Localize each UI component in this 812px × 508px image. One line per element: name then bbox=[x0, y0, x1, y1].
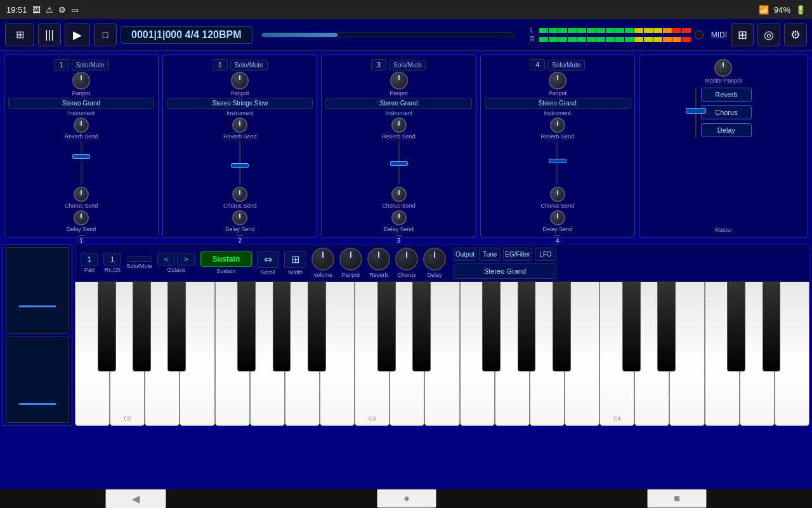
meter-row-r: R bbox=[530, 36, 691, 43]
settings-button[interactable]: ⚙ bbox=[784, 23, 807, 46]
ch1-rx-btn[interactable]: 1 bbox=[54, 59, 69, 70]
width-btn[interactable]: ⊞ bbox=[284, 251, 306, 268]
key-bb1[interactable] bbox=[98, 282, 116, 371]
master-panpot-knob[interactable] bbox=[714, 59, 732, 77]
ch4-reverb-knob[interactable] bbox=[550, 117, 565, 133]
master-fader-track[interactable] bbox=[695, 88, 697, 138]
ch4-rx-btn[interactable]: 4 bbox=[530, 59, 545, 70]
master-chorus-btn[interactable]: Chorus bbox=[701, 105, 752, 119]
lfo-btn[interactable]: LFO bbox=[535, 248, 556, 261]
ch4-fader-track[interactable] bbox=[556, 141, 558, 185]
piano-delay-knob[interactable] bbox=[423, 248, 446, 271]
ch2-solo-mute-btn[interactable]: Solo/Mute bbox=[230, 60, 268, 70]
ch2-chorus-label: Chorus Send bbox=[223, 203, 257, 209]
ch3-fader-handle[interactable] bbox=[390, 161, 408, 166]
key-as2[interactable] bbox=[308, 282, 326, 371]
part-btn[interactable]: 1 bbox=[81, 253, 98, 265]
width-label: Width bbox=[288, 269, 303, 276]
ch1-delay-knob[interactable] bbox=[74, 210, 89, 225]
piano-reverb-knob[interactable] bbox=[367, 248, 390, 271]
key-cs2[interactable] bbox=[133, 282, 151, 371]
ch2-instrument-btn[interactable]: Stereo Strings Slow bbox=[167, 98, 313, 109]
ch1-fader-handle[interactable] bbox=[72, 154, 90, 159]
ch1-panpot-knob[interactable] bbox=[72, 72, 90, 90]
mixer-button[interactable]: ||| bbox=[38, 23, 61, 46]
master-fader-handle[interactable] bbox=[686, 108, 706, 114]
ch1-reverb-knob[interactable] bbox=[74, 117, 89, 133]
ch4-delay-label: Delay Send bbox=[542, 226, 572, 232]
piano-controls: 1 Part 1 Rx.Ch Solo/Mute < > Octave bbox=[75, 244, 809, 282]
key-ds3[interactable] bbox=[412, 282, 431, 371]
ch4-chorus-knob[interactable] bbox=[550, 187, 565, 202]
ch2-chorus-knob[interactable] bbox=[232, 187, 247, 202]
key-cs4[interactable] bbox=[622, 282, 641, 371]
ch3-rx-btn[interactable]: 3 bbox=[371, 59, 386, 70]
ch2-panpot-knob[interactable] bbox=[231, 72, 249, 90]
progress-bar[interactable] bbox=[261, 32, 515, 37]
ch3-indicator bbox=[395, 235, 403, 236]
ch2-number: 2 bbox=[239, 237, 242, 244]
recents-button[interactable]: ■ bbox=[647, 489, 707, 508]
eg-filter-btn[interactable]: EG/Filter bbox=[503, 248, 532, 261]
key-cs3[interactable] bbox=[377, 282, 396, 371]
key-gs3[interactable] bbox=[518, 282, 536, 371]
key-fs2[interactable] bbox=[237, 282, 256, 371]
wifi-icon: 📶 bbox=[759, 5, 769, 15]
master-reverb-btn[interactable]: Reverb bbox=[701, 88, 752, 102]
sustain-btn[interactable]: Sustain bbox=[200, 251, 252, 267]
ch3-solo-mute-btn[interactable]: Solo/Mute bbox=[389, 60, 426, 70]
ch2-reverb-knob[interactable] bbox=[232, 117, 247, 133]
rp-instrument-btn[interactable]: Stereo Grand bbox=[454, 264, 556, 279]
octave-up-btn[interactable]: > bbox=[177, 253, 195, 265]
sidebar-pad-1[interactable] bbox=[6, 247, 69, 334]
solo-mute-btn[interactable] bbox=[127, 257, 152, 262]
rx-ch-btn[interactable]: 1 bbox=[103, 253, 121, 265]
ch1-instrument-btn[interactable]: Stereo Grand bbox=[8, 98, 154, 109]
key-ds4[interactable] bbox=[657, 282, 676, 371]
key-as3[interactable] bbox=[553, 282, 571, 371]
back-button[interactable]: ◀ bbox=[105, 489, 166, 509]
ch4-delay-knob[interactable] bbox=[550, 210, 565, 225]
key-fs3[interactable] bbox=[482, 282, 501, 371]
ch4-panpot-knob[interactable] bbox=[549, 72, 566, 90]
ch3-delay-knob[interactable] bbox=[391, 210, 407, 225]
home-button[interactable]: ● bbox=[377, 489, 436, 508]
ch2-fader-track[interactable] bbox=[239, 141, 241, 185]
ch3-panpot-knob[interactable] bbox=[390, 72, 408, 90]
ch2-fader-handle[interactable] bbox=[231, 163, 249, 168]
ch3-chorus-knob[interactable] bbox=[391, 187, 407, 202]
play-button[interactable]: ▶ bbox=[65, 23, 90, 46]
key-ds2[interactable] bbox=[167, 282, 186, 371]
eq-button[interactable]: ◎ bbox=[757, 23, 780, 46]
ch1-chorus-knob[interactable] bbox=[74, 187, 89, 202]
ch2-panpot-container: Panpot bbox=[231, 72, 249, 97]
piano-chorus-knob[interactable] bbox=[395, 248, 418, 271]
scroll-btn[interactable]: ⇔ bbox=[257, 251, 279, 268]
ch4-solo-mute-btn[interactable]: Solo/Mute bbox=[547, 60, 585, 70]
ch4-instrument-btn[interactable]: Stereo Grand bbox=[485, 98, 631, 109]
ch1-solo-mute-btn[interactable]: Solo/Mute bbox=[72, 60, 109, 70]
octave-down-btn[interactable]: < bbox=[157, 253, 175, 265]
ch4-fader-handle[interactable] bbox=[549, 159, 566, 163]
key-gs4[interactable] bbox=[763, 282, 781, 371]
ch3-instrument-btn[interactable]: Stereo Grand bbox=[325, 98, 471, 109]
stop-button[interactable]: □ bbox=[94, 23, 117, 46]
piano-delay-knob-wrap: Delay bbox=[423, 248, 446, 278]
output-btn[interactable]: Output bbox=[454, 248, 476, 261]
key-gs2[interactable] bbox=[273, 282, 291, 371]
piano-panpot-knob[interactable] bbox=[339, 248, 362, 271]
ch2-rx-btn[interactable]: 1 bbox=[213, 59, 228, 70]
ch3-fader-track[interactable] bbox=[398, 141, 400, 185]
master-delay-btn[interactable]: Delay bbox=[701, 123, 752, 137]
ch2-delay-knob[interactable] bbox=[232, 210, 247, 225]
grid-button[interactable]: ⊞ bbox=[5, 23, 34, 46]
ch1-fader-track[interactable] bbox=[81, 141, 82, 185]
tune-btn[interactable]: Tune bbox=[479, 248, 501, 261]
ch3-reverb-knob[interactable] bbox=[391, 117, 407, 133]
ch4-instrument-label: Instrument bbox=[544, 110, 571, 116]
volume-knob[interactable] bbox=[311, 248, 334, 271]
grid-view-button[interactable]: ⊞ bbox=[731, 23, 754, 46]
key-fs4[interactable] bbox=[727, 282, 745, 371]
ch4-chorus-container: Chorus Send bbox=[540, 187, 574, 209]
sidebar-pad-2[interactable] bbox=[6, 337, 69, 424]
